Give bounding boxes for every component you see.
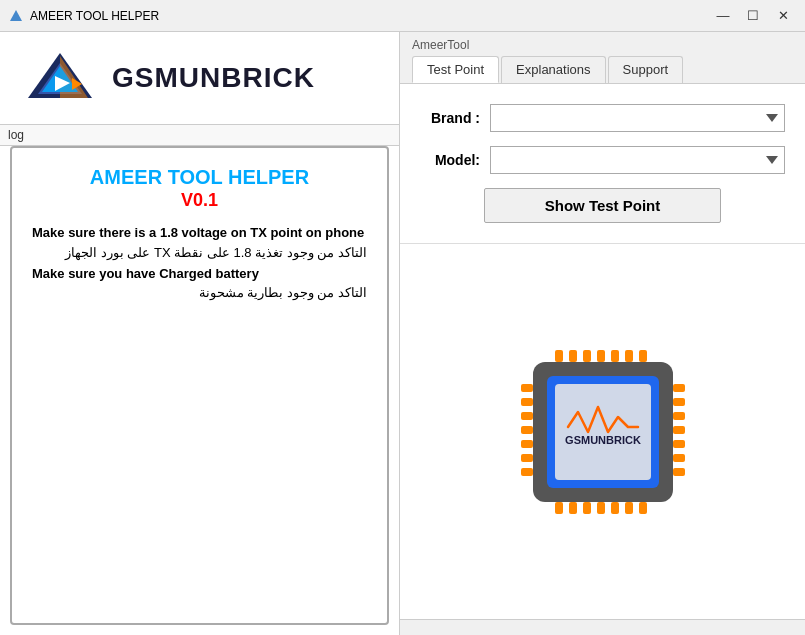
log-bar: log xyxy=(0,124,399,146)
svg-rect-32 xyxy=(555,502,563,514)
right-panel: AmeerTool Test Point Explanations Suppor… xyxy=(400,32,805,635)
close-button[interactable]: ✕ xyxy=(769,5,797,27)
panel-header: AmeerTool Test Point Explanations Suppor… xyxy=(400,32,805,84)
svg-rect-34 xyxy=(583,502,591,514)
svg-rect-25 xyxy=(555,350,563,362)
notice-2-en: Make sure you have Charged battery xyxy=(32,264,367,284)
title-bar-controls: — ☐ ✕ xyxy=(709,5,797,27)
show-test-point-button[interactable]: Show Test Point xyxy=(484,188,722,223)
svg-text:GSMUNBRICK: GSMUNBRICK xyxy=(565,434,641,446)
logo-text: GSMUNBRICK xyxy=(112,62,315,94)
svg-rect-12 xyxy=(521,398,533,406)
app-title: AMEER TOOL HELPER xyxy=(32,164,367,190)
svg-rect-22 xyxy=(673,440,685,448)
svg-rect-33 xyxy=(569,502,577,514)
bottom-bar xyxy=(400,619,805,635)
svg-rect-26 xyxy=(569,350,577,362)
log-label: log xyxy=(8,128,24,142)
logo-area: GSMUNBRICK xyxy=(0,32,399,124)
model-row: Model: xyxy=(420,146,785,174)
svg-rect-30 xyxy=(625,350,633,362)
svg-rect-24 xyxy=(673,468,685,476)
svg-rect-11 xyxy=(521,384,533,392)
gsmunbrick-logo xyxy=(20,48,100,108)
main-container: GSMUNBRICK log AMEER TOOL HELPER V0.1 Ma… xyxy=(0,32,805,635)
left-panel: GSMUNBRICK log AMEER TOOL HELPER V0.1 Ma… xyxy=(0,32,400,635)
svg-rect-28 xyxy=(597,350,605,362)
brand-select[interactable] xyxy=(490,104,785,132)
svg-rect-38 xyxy=(639,502,647,514)
panel-title: AmeerTool xyxy=(412,38,793,52)
tab-explanations[interactable]: Explanations xyxy=(501,56,605,83)
chip-logo: GSMUNBRICK xyxy=(503,332,703,532)
svg-marker-0 xyxy=(10,10,22,21)
svg-rect-31 xyxy=(639,350,647,362)
form-area: Brand : Model: Show Test Point xyxy=(400,84,805,244)
tab-support[interactable]: Support xyxy=(608,56,684,83)
title-bar: AMEER TOOL HELPER — ☐ ✕ xyxy=(0,0,805,32)
title-bar-left: AMEER TOOL HELPER xyxy=(8,8,159,24)
content-area: AMEER TOOL HELPER V0.1 Make sure there i… xyxy=(10,146,389,625)
svg-rect-9 xyxy=(555,384,651,480)
svg-rect-36 xyxy=(611,502,619,514)
notice-1-ar: التاكد من وجود تغذية 1.8 على نقطة TX على… xyxy=(32,245,367,260)
svg-rect-17 xyxy=(521,468,533,476)
svg-rect-14 xyxy=(521,426,533,434)
svg-rect-29 xyxy=(611,350,619,362)
tabs-container: Test Point Explanations Support xyxy=(412,56,793,83)
svg-rect-19 xyxy=(673,398,685,406)
maximize-button[interactable]: ☐ xyxy=(739,5,767,27)
brand-label: Brand : xyxy=(420,110,480,126)
svg-rect-37 xyxy=(625,502,633,514)
svg-rect-13 xyxy=(521,412,533,420)
brand-row: Brand : xyxy=(420,104,785,132)
svg-rect-15 xyxy=(521,440,533,448)
model-label: Model: xyxy=(420,152,480,168)
svg-rect-35 xyxy=(597,502,605,514)
model-select[interactable] xyxy=(490,146,785,174)
svg-rect-16 xyxy=(521,454,533,462)
notice-2-ar: التاكد من وجود بطارية مشحونة xyxy=(32,285,367,300)
notice-1-en: Make sure there is a 1.8 voltage on TX p… xyxy=(32,223,367,243)
svg-rect-20 xyxy=(673,412,685,420)
minimize-button[interactable]: — xyxy=(709,5,737,27)
version-text: V0.1 xyxy=(32,190,367,211)
svg-rect-23 xyxy=(673,454,685,462)
svg-rect-27 xyxy=(583,350,591,362)
app-icon xyxy=(8,8,24,24)
tab-test-point[interactable]: Test Point xyxy=(412,56,499,83)
title-text: AMEER TOOL HELPER xyxy=(30,9,159,23)
chip-area: GSMUNBRICK xyxy=(400,244,805,619)
svg-rect-18 xyxy=(673,384,685,392)
svg-rect-21 xyxy=(673,426,685,434)
